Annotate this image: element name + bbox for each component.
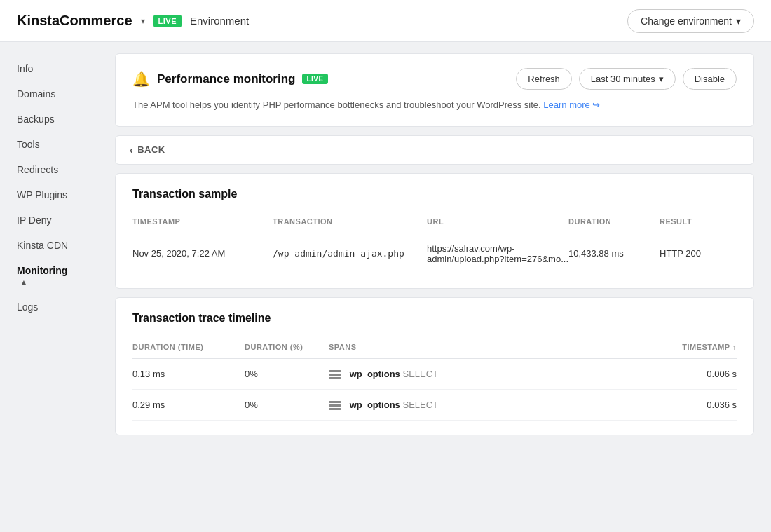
refresh-label: Refresh xyxy=(528,74,560,84)
app-title-chevron[interactable]: ▾ xyxy=(141,16,145,26)
span-table-1: wp_options xyxy=(350,369,400,379)
row-result: HTTP 200 xyxy=(660,248,737,259)
disable-label: Disable xyxy=(695,74,725,84)
table-row: Nov 25, 2020, 7:22 AM /wp-admin/admin-aj… xyxy=(132,233,737,274)
sidebar: Info Domains Backups Tools Redirects WP … xyxy=(0,42,98,532)
content-area: 🔔 Performance monitoring LIVE Refresh La… xyxy=(98,42,771,532)
change-env-chevron: ▾ xyxy=(736,15,741,27)
perf-desc-text: The APM tool helps you identify PHP perf… xyxy=(132,100,541,110)
perf-description: The APM tool helps you identify PHP perf… xyxy=(132,98,737,112)
sidebar-item-kinsta-cdn[interactable]: Kinsta CDN xyxy=(0,233,98,258)
app-title: KinstaCommerce xyxy=(17,13,132,29)
time-range-label: Last 30 minutes xyxy=(591,74,655,84)
disable-button[interactable]: Disable xyxy=(683,68,737,90)
trace-span-2: wp_options SELECT xyxy=(329,400,653,410)
row-duration: 10,433.88 ms xyxy=(568,248,660,259)
monitoring-icon: ▲ xyxy=(20,278,28,287)
sidebar-item-logs-label: Logs xyxy=(17,301,38,313)
col-timestamp: Timestamp xyxy=(132,217,273,226)
transaction-sample-card: Transaction sample Timestamp Transaction… xyxy=(115,173,754,289)
sidebar-item-tools[interactable]: Tools xyxy=(0,132,98,157)
sidebar-item-domains[interactable]: Domains xyxy=(0,81,98,107)
sidebar-item-monitoring-label: Monitoring xyxy=(17,265,67,276)
span-table-2: wp_options xyxy=(350,400,400,410)
main-layout: Info Domains Backups Tools Redirects WP … xyxy=(0,42,771,532)
refresh-button[interactable]: Refresh xyxy=(516,68,572,90)
db-icon xyxy=(329,370,341,379)
col-transaction: Transaction xyxy=(273,217,427,226)
sidebar-item-redirects[interactable]: Redirects xyxy=(0,157,98,182)
sidebar-item-info[interactable]: Info xyxy=(0,56,98,81)
transaction-trace-title: Transaction trace timeline xyxy=(132,312,737,325)
trace-row: 0.13 ms 0% wp_options SELECT 0.006 s xyxy=(132,359,737,390)
live-badge-perf: LIVE xyxy=(302,74,327,84)
trace-header: DURATION (TIME) DURATION (%) SPANS TIMES… xyxy=(132,337,737,359)
row-transaction: /wp-admin/admin-ajax.php xyxy=(273,248,427,259)
sidebar-item-tools-label: Tools xyxy=(17,139,40,150)
learn-more-link[interactable]: Learn more ↪ xyxy=(543,100,600,110)
trace-col-timestamp: TIMESTAMP ↑ xyxy=(653,343,737,351)
time-range-chevron: ▾ xyxy=(659,74,664,84)
row-url: https://salrav.com/wp-admin/upload.php?i… xyxy=(427,243,568,264)
perf-title-row: 🔔 Performance monitoring LIVE xyxy=(132,71,328,88)
transaction-sample-title: Transaction sample xyxy=(132,188,737,200)
nav-left: KinstaCommerce ▾ LIVE Environment xyxy=(17,13,249,29)
sidebar-item-ip-deny-label: IP Deny xyxy=(17,214,52,226)
environment-label: Environment xyxy=(190,15,249,27)
live-badge-header: LIVE xyxy=(153,15,182,27)
performance-icon: 🔔 xyxy=(132,71,150,88)
performance-monitoring-card: 🔔 Performance monitoring LIVE Refresh La… xyxy=(115,53,754,127)
back-label: BACK xyxy=(137,144,165,155)
trace-timestamp-1: 0.006 s xyxy=(653,369,737,379)
sidebar-item-redirects-label: Redirects xyxy=(17,164,58,175)
col-result: Result xyxy=(660,217,737,226)
span-query-2: SELECT xyxy=(402,400,438,410)
sidebar-item-info-label: Info xyxy=(17,63,33,74)
sidebar-item-logs[interactable]: Logs xyxy=(0,294,98,320)
trace-timestamp-2: 0.036 s xyxy=(653,400,737,410)
trace-duration-pct-1: 0% xyxy=(245,369,329,379)
sidebar-item-backups-label: Backups xyxy=(17,114,55,125)
sidebar-item-backups[interactable]: Backups xyxy=(0,107,98,132)
row-timestamp: Nov 25, 2020, 7:22 AM xyxy=(132,248,273,259)
top-nav: KinstaCommerce ▾ LIVE Environment Change… xyxy=(0,0,771,42)
trace-row: 0.29 ms 0% wp_options SELECT 0.036 s xyxy=(132,390,737,421)
back-row[interactable]: ‹ BACK xyxy=(115,135,754,165)
change-env-label: Change environment xyxy=(641,15,732,27)
time-range-button[interactable]: Last 30 minutes ▾ xyxy=(579,68,676,90)
sidebar-item-ip-deny[interactable]: IP Deny xyxy=(0,207,98,233)
transaction-sample-header: Timestamp Transaction URL Duration Resul… xyxy=(132,213,737,233)
db-icon xyxy=(329,401,341,410)
change-environment-button[interactable]: Change environment ▾ xyxy=(627,9,754,33)
sidebar-item-kinsta-cdn-label: Kinsta CDN xyxy=(17,240,68,251)
trace-duration-time-1: 0.13 ms xyxy=(132,369,245,379)
perf-title: Performance monitoring xyxy=(157,72,295,86)
transaction-trace-card: Transaction trace timeline DURATION (TIM… xyxy=(115,297,754,435)
sidebar-item-monitoring[interactable]: Monitoring ▲ xyxy=(0,258,98,294)
trace-duration-time-2: 0.29 ms xyxy=(132,400,245,410)
sidebar-item-domains-label: Domains xyxy=(17,88,55,100)
trace-col-spans: SPANS xyxy=(329,343,653,351)
trace-col-duration-pct: DURATION (%) xyxy=(245,343,329,351)
trace-span-1: wp_options SELECT xyxy=(329,369,653,379)
col-url: URL xyxy=(427,217,568,226)
perf-actions: Refresh Last 30 minutes ▾ Disable xyxy=(516,68,737,90)
col-duration: Duration xyxy=(568,217,660,226)
trace-duration-pct-2: 0% xyxy=(245,400,329,410)
back-chevron-icon: ‹ xyxy=(130,144,133,156)
span-query-1: SELECT xyxy=(402,369,438,379)
perf-header: 🔔 Performance monitoring LIVE Refresh La… xyxy=(132,68,737,90)
trace-col-duration-time: DURATION (TIME) xyxy=(132,343,245,351)
sidebar-item-wp-plugins-label: WP Plugins xyxy=(17,189,67,200)
sidebar-item-wp-plugins[interactable]: WP Plugins xyxy=(0,182,98,207)
